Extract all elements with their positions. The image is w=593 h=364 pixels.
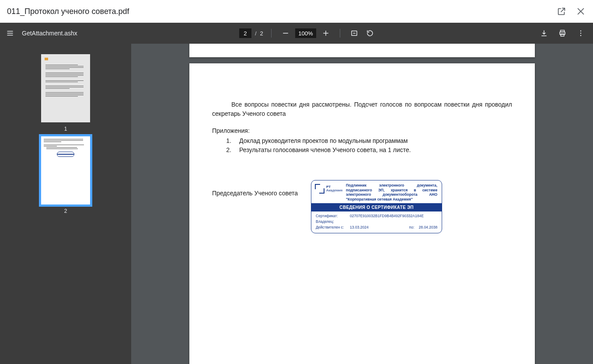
- pdf-toolbar: GetAttachment.ashx / 2 100%: [0, 23, 593, 44]
- stamp-description: Подлинник электронного документа, подпис…: [346, 183, 437, 202]
- svg-point-6: [580, 35, 581, 36]
- toolbar-filename: GetAttachment.ashx: [22, 30, 77, 37]
- thumbnail-2-label: 2: [64, 208, 67, 214]
- list-item: 2.Результаты голосования членов Ученого …: [224, 146, 512, 155]
- list-text: Руководителю проектов по модульным прогр…: [251, 44, 512, 44]
- signature-row: Председатель Ученого совета РТАкадемия П…: [212, 180, 512, 233]
- pdf-main: 1 2 2. Р: [0, 44, 593, 364]
- toolbar-divider: [271, 29, 272, 38]
- attachments-list: 1.Доклад руководителя проектов по модуль…: [212, 136, 512, 155]
- thumbnail-1-wrap: 1: [41, 54, 90, 132]
- thumbnail-drawer[interactable]: 1 2: [0, 44, 131, 364]
- page-total: 2: [260, 30, 263, 37]
- window-titlebar: 011_Протокол ученого совета.pdf: [0, 0, 593, 23]
- page-separator: /: [255, 30, 257, 37]
- titlebar-actions: [556, 6, 586, 17]
- pdf-page-2: Все вопросы повестки дня рассмотрены. По…: [189, 63, 535, 364]
- list-item: 1.Доклад руководителя проектов по модуль…: [224, 136, 512, 146]
- digital-signature-stamp: РТАкадемия Подлинник электронного докуме…: [311, 180, 442, 233]
- page-number-input[interactable]: [239, 28, 251, 38]
- stamp-logo-icon: РТАкадемия: [315, 183, 342, 194]
- more-icon[interactable]: [575, 27, 587, 39]
- open-in-new-icon[interactable]: [556, 6, 567, 17]
- close-icon[interactable]: [576, 6, 586, 17]
- menu-icon[interactable]: [6, 29, 14, 37]
- summary-paragraph: Все вопросы повестки дня рассмотрены. По…: [212, 100, 512, 118]
- svg-point-5: [580, 33, 581, 34]
- pdf-viewer[interactable]: 2. Руководителю проектов по модульным пр…: [131, 44, 593, 364]
- zoom-in-button[interactable]: [320, 27, 332, 39]
- thumbnail-1-label: 1: [64, 126, 67, 132]
- toolbar-divider: [340, 29, 340, 38]
- download-icon[interactable]: [538, 27, 550, 39]
- svg-point-4: [580, 31, 581, 31]
- stamp-details: Сертификат:02707E910032B1FD9B4B492F90332…: [311, 211, 442, 232]
- stamp-bar-title: СВЕДЕНИЯ О СЕРТИФИКАТЕ ЭП: [311, 203, 442, 211]
- zoom-level[interactable]: 100%: [295, 28, 316, 38]
- rotate-icon[interactable]: [364, 27, 376, 39]
- attachments-heading: Приложения:: [212, 126, 512, 135]
- zoom-out-button[interactable]: [279, 27, 292, 39]
- pdf-page-1-partial: 2. Руководителю проектов по модульным пр…: [189, 44, 535, 57]
- chairperson-label: Председатель Ученого совета: [212, 180, 298, 198]
- fit-page-icon[interactable]: [348, 27, 360, 39]
- print-icon[interactable]: [556, 27, 569, 39]
- thumbnail-page-2[interactable]: [41, 136, 90, 205]
- window-title: 011_Протокол ученого совета.pdf: [7, 7, 129, 16]
- thumbnail-page-1[interactable]: [41, 54, 90, 122]
- list-number: 2.: [238, 44, 244, 44]
- thumbnail-2-wrap: 2: [41, 136, 90, 214]
